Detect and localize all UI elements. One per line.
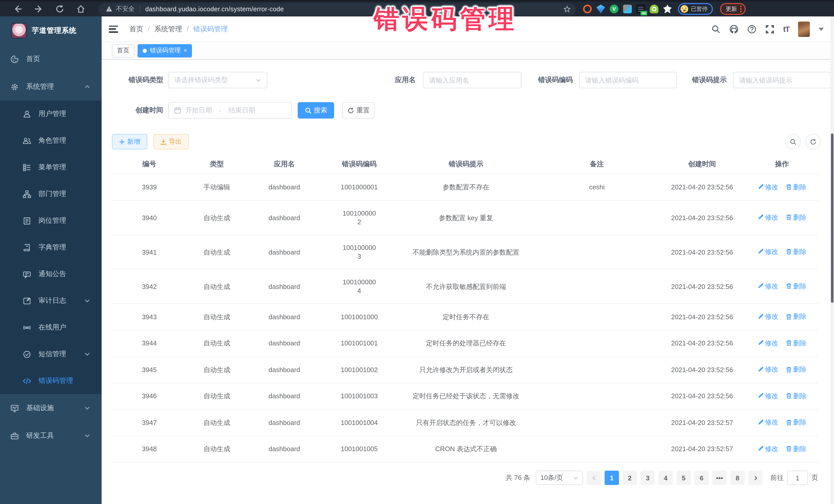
- edit-link[interactable]: 修改: [757, 338, 778, 347]
- page-button-8[interactable]: 8: [730, 470, 745, 485]
- toggle-search-button[interactable]: [785, 134, 800, 149]
- app-logo-row[interactable]: 芋道管理系统: [0, 17, 102, 45]
- page-button-4[interactable]: 4: [658, 470, 673, 485]
- export-button[interactable]: 导出: [153, 134, 189, 149]
- sidebar-item-menu-tree[interactable]: 菜单管理: [0, 154, 102, 181]
- reset-button[interactable]: 重置: [342, 102, 375, 118]
- security-label: 不安全: [116, 5, 134, 13]
- edit-label: 修改: [765, 182, 778, 191]
- online-user-icon: [23, 323, 31, 332]
- sidebar-item-infra[interactable]: 基础设施: [0, 394, 102, 422]
- browser-reload-button[interactable]: [56, 5, 64, 13]
- page-button-6[interactable]: 6: [695, 470, 709, 485]
- prev-page-button[interactable]: [587, 470, 601, 485]
- page-button-3[interactable]: 3: [640, 470, 655, 485]
- sidebar-item-users[interactable]: 角色管理: [0, 127, 102, 154]
- next-page-button[interactable]: [748, 470, 763, 485]
- browser-home-button[interactable]: [76, 5, 85, 13]
- error-type-select[interactable]: 请选择错误码类型: [168, 72, 267, 88]
- delete-link[interactable]: 删除: [786, 282, 807, 290]
- avatar-caret-icon[interactable]: [819, 27, 824, 30]
- error-msg-input[interactable]: [733, 72, 831, 88]
- delete-label: 删除: [793, 182, 807, 191]
- app-name-input[interactable]: [423, 72, 522, 88]
- refresh-table-button[interactable]: [805, 134, 821, 149]
- page-button-2[interactable]: 2: [622, 470, 637, 485]
- browser-forward-button[interactable]: [35, 5, 43, 13]
- sidebar-item-code[interactable]: 错误码管理: [0, 368, 102, 394]
- edit-link[interactable]: 修改: [757, 365, 778, 374]
- extension-adblock-icon[interactable]: on: [636, 5, 645, 13]
- search-icon[interactable]: [711, 24, 721, 34]
- github-icon[interactable]: [729, 24, 739, 34]
- edit-link[interactable]: 修改: [757, 391, 778, 400]
- sidebar-item-audit-log[interactable]: 审计日志: [0, 287, 102, 314]
- address-bar[interactable]: 不安全 dashboard.yudao.iocoder.cn/system/er…: [98, 3, 576, 15]
- delete-link[interactable]: 删除: [786, 418, 807, 426]
- search-button[interactable]: 搜索: [298, 102, 334, 118]
- edit-link[interactable]: 修改: [757, 418, 778, 426]
- edit-link[interactable]: 修改: [757, 444, 778, 453]
- sidebar-item-sms[interactable]: 短信管理: [0, 341, 102, 368]
- delete-label: 删除: [793, 213, 807, 222]
- delete-link[interactable]: 删除: [786, 391, 807, 400]
- edit-link[interactable]: 修改: [757, 282, 778, 290]
- fullscreen-icon[interactable]: [765, 24, 774, 34]
- sidebar-item-user[interactable]: 用户管理: [0, 101, 102, 127]
- tab-error-code[interactable]: 错误码管理 ×: [137, 44, 192, 57]
- extension-green-icon[interactable]: V: [610, 5, 618, 13]
- page-button-1[interactable]: 1: [605, 470, 619, 485]
- extension-orange-icon[interactable]: [583, 5, 592, 13]
- add-button[interactable]: 新增: [112, 134, 147, 149]
- cell-id: 3940: [112, 200, 187, 235]
- extension-grid-icon[interactable]: [623, 5, 632, 13]
- paused-badge[interactable]: 已暂停: [678, 3, 713, 15]
- page-button-5[interactable]: 5: [676, 470, 691, 485]
- date-range-picker[interactable]: 开始日期 - 结束日期: [168, 102, 292, 118]
- edit-link[interactable]: 修改: [757, 213, 778, 222]
- browser-back-button[interactable]: [13, 5, 22, 13]
- cell-app: dashboard: [247, 304, 322, 330]
- font-size-icon[interactable]: tT: [783, 25, 789, 34]
- delete-link[interactable]: 删除: [786, 182, 807, 191]
- breadcrumb-home[interactable]: 首页: [129, 24, 143, 34]
- kebab-menu-icon[interactable]: [740, 6, 742, 12]
- edit-link[interactable]: 修改: [757, 247, 778, 256]
- edit-link[interactable]: 修改: [757, 312, 778, 321]
- delete-link[interactable]: 删除: [786, 444, 807, 453]
- page-ellipsis[interactable]: •••: [712, 470, 727, 485]
- edit-label: 修改: [765, 312, 778, 321]
- sidebar-item-tools[interactable]: 研发工具: [0, 422, 102, 450]
- delete-link[interactable]: 删除: [786, 213, 807, 222]
- page-scrollbar[interactable]: [830, 17, 834, 504]
- sidebar-item-online-user[interactable]: 在线用户: [0, 314, 102, 341]
- sidebar-item-org-tree[interactable]: 部门管理: [0, 181, 102, 207]
- page-size-select[interactable]: 10条/页: [536, 470, 583, 485]
- sidebar-item-dashboard[interactable]: 首页: [0, 45, 102, 73]
- browser-update-button[interactable]: 更新: [720, 3, 746, 15]
- tab-home[interactable]: 首页: [112, 44, 134, 57]
- goto-page-input[interactable]: [787, 470, 808, 485]
- extension-pin-icon[interactable]: [663, 5, 672, 13]
- edit-link[interactable]: 修改: [757, 182, 778, 191]
- tab-close-icon[interactable]: ×: [184, 48, 187, 53]
- delete-link[interactable]: 删除: [786, 247, 807, 256]
- delete-link[interactable]: 删除: [786, 338, 807, 347]
- error-code-input[interactable]: [579, 72, 677, 88]
- sidebar-item-post-badge[interactable]: 岗位管理: [0, 207, 102, 234]
- breadcrumb-system[interactable]: 系统管理: [154, 24, 182, 34]
- delete-link[interactable]: 删除: [786, 365, 807, 374]
- delete-link[interactable]: 删除: [786, 312, 807, 321]
- user-avatar[interactable]: [798, 21, 810, 37]
- goto-prefix: 前往: [770, 473, 784, 482]
- sidebar-item-dict[interactable]: 字典管理: [0, 234, 102, 261]
- update-label: 更新: [726, 5, 737, 13]
- scrollbar-thumb[interactable]: [831, 133, 833, 303]
- extension-blue-icon[interactable]: [596, 5, 605, 13]
- help-icon[interactable]: [747, 24, 756, 34]
- hamburger-icon[interactable]: [109, 25, 118, 32]
- bookmark-star-icon[interactable]: [564, 5, 571, 13]
- extension-key-icon[interactable]: [650, 5, 658, 13]
- sidebar-item-announce[interactable]: 通知公告: [0, 261, 102, 287]
- sidebar-item-gear[interactable]: 系统管理: [0, 73, 102, 101]
